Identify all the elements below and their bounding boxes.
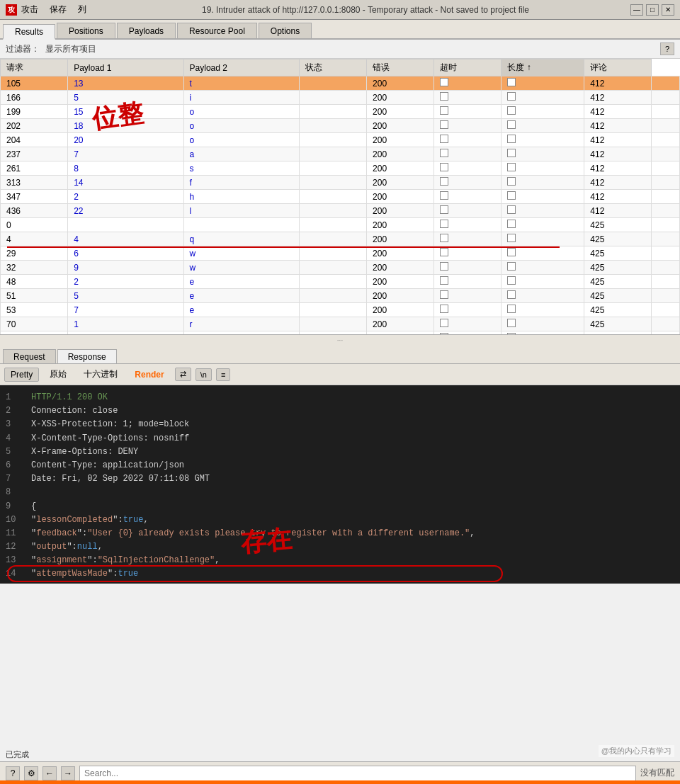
tab-response[interactable]: Response xyxy=(57,349,117,363)
resize-divider[interactable]: ··· xyxy=(0,335,680,346)
cell-p2 xyxy=(299,232,366,246)
cell-error xyxy=(434,232,502,246)
cell-request: 53 xyxy=(1,303,68,317)
cell-status: 200 xyxy=(367,105,434,119)
menu-save[interactable]: 保存 xyxy=(50,4,67,16)
cell-p2 xyxy=(299,246,366,261)
cell-timeout xyxy=(502,91,584,105)
table-row[interactable]: 0 200 425 xyxy=(1,218,680,232)
table-row[interactable]: 204 20 o 200 412 xyxy=(1,133,680,147)
cell-p2 xyxy=(299,261,366,275)
cell-error xyxy=(434,204,502,218)
cell-p1-num: 13 xyxy=(68,76,183,91)
tab-positions[interactable]: Positions xyxy=(57,23,115,38)
format-hex[interactable]: 十六进制 xyxy=(77,366,124,382)
table-row[interactable]: 237 7 a 200 412 xyxy=(1,147,680,161)
table-row[interactable]: 4 4 q 200 425 xyxy=(1,232,680,246)
cell-status: 200 xyxy=(367,176,434,190)
format-icon-menu[interactable]: ≡ xyxy=(216,368,230,381)
format-icon-newline[interactable]: \n xyxy=(196,368,212,381)
cell-p1-num: 22 xyxy=(68,204,183,218)
table-row[interactable]: 51 5 e 200 425 xyxy=(1,289,680,303)
format-render[interactable]: Render xyxy=(128,368,170,382)
filter-bar: 过滤器： 显示所有项目 ? xyxy=(0,40,680,59)
format-pretty[interactable]: Pretty xyxy=(4,368,39,382)
col-payload1[interactable]: Payload 1 xyxy=(68,59,183,76)
cell-p2 xyxy=(299,147,366,161)
cell-length: 425 xyxy=(584,303,652,317)
format-raw[interactable]: 原始 xyxy=(43,366,73,382)
table-row[interactable]: 313 14 f 200 412 xyxy=(1,176,680,190)
results-table-container[interactable]: 请求 Payload 1 Payload 2 状态 错误 超时 长度 ↑ 评论 … xyxy=(0,59,680,335)
window-controls[interactable]: — □ ✕ xyxy=(630,4,674,16)
table-row[interactable]: 70 1 r 200 425 xyxy=(1,317,680,331)
title-bar: 攻 攻击 保存 列 19. Intruder attack of http://… xyxy=(0,0,680,20)
table-row[interactable]: 32 9 w 200 425 xyxy=(1,261,680,275)
filter-label: 过滤器： xyxy=(6,43,40,55)
table-row[interactable]: 347 2 h 200 412 xyxy=(1,190,680,204)
format-icon-swap[interactable]: ⇄ xyxy=(175,368,191,381)
cell-length: 425 xyxy=(584,246,652,261)
tab-payloads[interactable]: Payloads xyxy=(117,23,176,38)
minimize-button[interactable]: — xyxy=(630,4,643,16)
help-status-button[interactable]: ? xyxy=(6,766,20,780)
cell-length: 412 xyxy=(584,76,652,91)
tab-resource-pool[interactable]: Resource Pool xyxy=(177,23,257,38)
table-row[interactable]: 48 2 e 200 425 xyxy=(1,275,680,289)
table-row[interactable]: 436 22 l 200 412 xyxy=(1,204,680,218)
cell-p2 xyxy=(299,218,366,232)
back-button[interactable]: ← xyxy=(42,766,57,780)
settings-button[interactable]: ⚙ xyxy=(24,766,38,780)
cell-p2 xyxy=(299,176,366,190)
menu-list[interactable]: 列 xyxy=(78,4,86,16)
watermark: @我的内心只有学习 xyxy=(599,745,674,757)
cell-length: 412 xyxy=(584,204,652,218)
cell-timeout xyxy=(502,133,584,147)
tab-request[interactable]: Request xyxy=(3,349,56,363)
filter-value[interactable]: 显示所有项目 xyxy=(45,43,96,55)
table-row[interactable]: 29 6 w 200 425 xyxy=(1,246,680,261)
cell-timeout xyxy=(502,147,584,161)
cell-length: 412 xyxy=(584,119,652,133)
cell-comment xyxy=(652,317,680,331)
cell-length: 412 xyxy=(584,133,652,147)
col-request[interactable]: 请求 xyxy=(1,59,68,76)
col-comment[interactable]: 评论 xyxy=(584,59,652,76)
cell-length: 425 xyxy=(584,275,652,289)
help-button[interactable]: ? xyxy=(660,42,674,55)
table-row[interactable]: 105 13 t 200 412 xyxy=(1,76,680,91)
col-timeout[interactable]: 超时 xyxy=(434,59,502,76)
response-content: 1 HTTP/1.1 200 OK 2 Connection: close 3 … xyxy=(0,385,680,584)
cell-p1-val: i xyxy=(183,91,299,105)
table-row[interactable]: 166 5 i 200 412 xyxy=(1,91,680,105)
cell-status: 200 xyxy=(367,317,434,331)
close-button[interactable]: ✕ xyxy=(662,4,674,16)
cell-p1-val: o xyxy=(183,133,299,147)
menu-attack[interactable]: 攻击 xyxy=(21,4,38,16)
cell-comment xyxy=(652,232,680,246)
col-status[interactable]: 状态 xyxy=(299,59,366,76)
tab-results[interactable]: Results xyxy=(3,24,55,40)
cell-p2 xyxy=(299,161,366,176)
cell-timeout xyxy=(502,218,584,232)
response-line: 12 "output":null, xyxy=(6,540,674,554)
cell-error xyxy=(434,147,502,161)
tab-options[interactable]: Options xyxy=(259,23,312,38)
table-row[interactable]: 202 18 o 200 412 xyxy=(1,119,680,133)
cell-p1-val: o xyxy=(183,119,299,133)
cell-request: 202 xyxy=(1,119,68,133)
cell-p1-num: 15 xyxy=(68,105,183,119)
col-length[interactable]: 长度 ↑ xyxy=(502,59,584,76)
maximize-button[interactable]: □ xyxy=(646,4,659,16)
search-input[interactable] xyxy=(79,766,636,781)
line-number: 6 xyxy=(6,459,26,472)
table-row[interactable]: 261 8 s 200 412 xyxy=(1,161,680,176)
table-row[interactable]: 199 15 o 200 412 xyxy=(1,105,680,119)
title-bar-menu[interactable]: 攻击 保存 列 xyxy=(21,4,86,16)
col-error[interactable]: 错误 xyxy=(367,59,434,76)
col-payload2[interactable]: Payload 2 xyxy=(183,59,299,76)
cell-length: 412 xyxy=(584,190,652,204)
table-row[interactable]: 53 7 e 200 425 xyxy=(1,303,680,317)
cell-p1-num: 8 xyxy=(68,161,183,176)
forward-button[interactable]: → xyxy=(61,766,75,780)
